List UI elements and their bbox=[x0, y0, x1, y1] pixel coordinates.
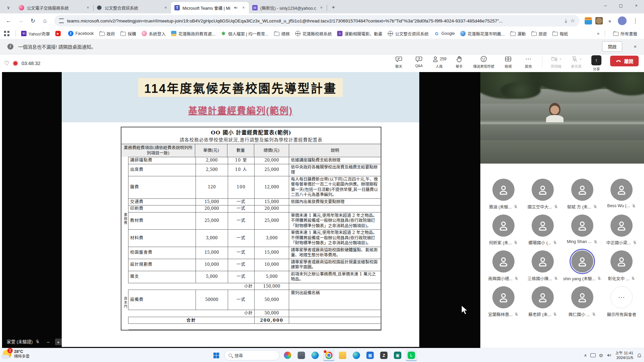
tab-close-icon[interactable]: × bbox=[319, 5, 324, 10]
tab-close-icon[interactable]: × bbox=[85, 5, 91, 10]
taskbar-chrome-app[interactable] bbox=[323, 350, 334, 361]
participant-tile[interactable]: 蘇老師 (未... bbox=[523, 286, 563, 317]
presenter-video-tile[interactable] bbox=[480, 72, 644, 164]
participant-tile[interactable]: 彰化女中 ... bbox=[602, 250, 642, 282]
participant-tile[interactable]: 南興國小總... bbox=[484, 250, 523, 282]
bookmark-item[interactable]: 公文整合資訊系統 bbox=[385, 29, 431, 38]
zoom-out-button[interactable]: − bbox=[45, 339, 52, 345]
reload-button[interactable]: ↻ bbox=[28, 15, 38, 26]
participant-tile[interactable]: shin yang (未驗... bbox=[562, 250, 602, 282]
show-all-participants-tile[interactable]: ⋯ 顯示所有與會者 bbox=[602, 286, 642, 317]
weather-widget[interactable]: 2 28°C 晴時多雲 bbox=[3, 349, 30, 359]
bookmark-item[interactable]: f Facebook bbox=[65, 29, 97, 38]
zoom-in-button[interactable]: + bbox=[55, 339, 62, 345]
taskbar-dark-folder-app[interactable] bbox=[296, 350, 307, 361]
participant-tile[interactable]: 郁斌 方 (未... bbox=[562, 179, 602, 210]
bookmark-item[interactable]: 總務 bbox=[271, 29, 292, 38]
back-button[interactable]: ← bbox=[3, 15, 14, 26]
tray-chevron-up-icon[interactable]: ∧ bbox=[584, 353, 587, 358]
notification-close-icon[interactable]: × bbox=[634, 44, 637, 49]
bookmark-star-icon[interactable]: ☆ bbox=[571, 18, 575, 24]
bookmark-item[interactable]: Y! Yahoo!奇摩 bbox=[18, 29, 53, 38]
bookmark-item[interactable]: 報紙 bbox=[550, 29, 571, 38]
chrome-menu-icon[interactable]: ⋮ bbox=[630, 15, 641, 26]
apps-grid-icon[interactable] bbox=[4, 31, 9, 36]
taskbar-file-explorer[interactable] bbox=[337, 350, 348, 361]
participant-tile[interactable]: 何昕家 (未... bbox=[484, 215, 523, 246]
participant-tile[interactable]: 螺陽國小 (... bbox=[523, 215, 563, 246]
bookmark-item[interactable]: 花蓮縣政府教育處... bbox=[168, 29, 218, 38]
touch-keyboard-icon[interactable] bbox=[590, 353, 596, 357]
enable-notifications-button[interactable]: 開啟 bbox=[602, 41, 622, 52]
forward-button[interactable]: → bbox=[15, 15, 26, 26]
minimize-button[interactable]: ─ bbox=[598, 0, 613, 11]
bookmark-item[interactable]: 運動 bbox=[507, 29, 529, 38]
camera-button[interactable]: ∨ 照相機 bbox=[546, 54, 566, 70]
extension-monkey-icon[interactable] bbox=[595, 17, 603, 24]
taskbar-mail-app[interactable]: ▦ bbox=[364, 350, 376, 361]
all-bookmarks-folder[interactable]: 所有書籤 bbox=[610, 29, 640, 38]
bookmark-item[interactable]: 花蓮縣花蓮市明義... bbox=[458, 29, 507, 38]
clock[interactable]: 上午 11:41 2024/11/5 bbox=[615, 351, 633, 360]
maximize-button[interactable]: ▢ bbox=[613, 0, 629, 11]
url-text[interactable]: teams.microsoft.com/v2/?meetingjoin=true… bbox=[67, 18, 561, 23]
leave-button[interactable]: 離開 bbox=[610, 56, 639, 66]
bookmark-item[interactable]: G Google bbox=[431, 29, 458, 38]
taskbar-line-app[interactable]: L bbox=[406, 350, 417, 361]
participant-tile[interactable]: 中正國小梁... bbox=[602, 215, 642, 246]
heart-icon[interactable]: ♡ bbox=[4, 60, 9, 67]
profile-avatar[interactable] bbox=[618, 16, 627, 25]
extensions-puzzle-icon[interactable]: ⚹ bbox=[606, 17, 613, 24]
view-button[interactable]: 檢視 bbox=[498, 54, 518, 70]
tab-audio-icon[interactable] bbox=[233, 5, 238, 10]
participant-tile[interactable]: 國立空中大... bbox=[523, 179, 563, 210]
tab-search-chevron-icon[interactable]: ∨ bbox=[3, 2, 14, 13]
bookmark-item[interactable]: 系統登入 bbox=[139, 29, 168, 38]
taskbar-notepad-app[interactable]: Z bbox=[378, 350, 389, 361]
ime-indicator[interactable]: 中 bbox=[599, 353, 603, 358]
start-button[interactable] bbox=[210, 350, 222, 361]
bookmark-item[interactable]: 採購 bbox=[118, 29, 139, 38]
bookmark-item[interactable]: ▶ bbox=[53, 29, 65, 38]
tab-teams-meeting[interactable]: T Microsoft Teams 會議 | Mi × bbox=[171, 2, 249, 13]
bookmark-item[interactable]: 旅遊 bbox=[529, 29, 550, 38]
taskbar-search[interactable]: 搜尋 bbox=[224, 350, 279, 360]
address-bar[interactable]: teams.microsoft.com/v2/?meetingjoin=true… bbox=[54, 15, 580, 26]
participant-tile[interactable]: 三條國小陳... bbox=[523, 250, 563, 282]
mic-button[interactable]: ∨ 麥克風 bbox=[567, 54, 586, 70]
participant-tile[interactable]: 雅涵 (未驗... bbox=[484, 179, 523, 210]
volume-icon[interactable] bbox=[606, 353, 612, 358]
share-button[interactable]: ↑ 分享 bbox=[587, 54, 606, 72]
reactions-button[interactable]: 傳送表情符號 bbox=[470, 54, 498, 70]
people-button[interactable]: 259 人員 bbox=[429, 54, 449, 70]
new-tab-button[interactable]: + bbox=[329, 3, 338, 12]
bookmarks-overflow-chevron[interactable]: » bbox=[597, 31, 599, 36]
install-icon[interactable]: ⤓ bbox=[565, 18, 567, 24]
tab-doc-integration[interactable]: 公文整合資訊系統 × bbox=[93, 2, 171, 13]
bookmark-item[interactable]: 政府 bbox=[97, 29, 118, 38]
site-controls-icon[interactable] bbox=[59, 18, 64, 23]
tab-close-icon[interactable]: × bbox=[241, 5, 246, 10]
taskbar-edge2-app[interactable] bbox=[351, 350, 362, 361]
bookmark-item[interactable]: 花蓮縣校務系統 bbox=[292, 29, 335, 38]
taskbar-teal-app[interactable]: ▣ bbox=[392, 350, 403, 361]
participant-tile[interactable]: Ming Shan ... bbox=[562, 215, 602, 246]
participant-tile[interactable]: Bess Wu (... bbox=[602, 179, 642, 210]
notifications-bell-icon[interactable] bbox=[637, 353, 642, 358]
home-button[interactable]: ⌂ bbox=[40, 15, 50, 26]
qa-button[interactable]: Q&A bbox=[409, 54, 429, 69]
taskbar-photos-app[interactable] bbox=[282, 350, 293, 361]
bookmark-item[interactable]: ≡ 運動相關電影、動畫 bbox=[334, 29, 385, 38]
more-button[interactable]: ⋯其他 bbox=[519, 54, 538, 70]
taskbar-edge-app[interactable] bbox=[309, 350, 321, 361]
tab-doc-exchange[interactable]: 公文電子交換服務系統 × bbox=[15, 2, 93, 13]
bookmark-item[interactable]: ✻ 個人檔案 | 均一教育... bbox=[218, 29, 271, 38]
participant-tile[interactable]: 興仁國小 ... bbox=[562, 286, 602, 317]
tab-yahoo-mail[interactable]: ✉ (無新信) - sinly1234@yahoo.c... × bbox=[249, 2, 327, 13]
close-window-button[interactable]: × bbox=[629, 0, 644, 11]
raise-hand-button[interactable]: 舉手 bbox=[449, 54, 469, 70]
extension-smart-icon[interactable]: Smart bbox=[585, 17, 592, 24]
tab-close-icon[interactable]: × bbox=[163, 5, 168, 10]
chat-button[interactable]: 聊天 bbox=[389, 54, 409, 70]
participant-tile[interactable]: 宜蘭縣林惠... bbox=[484, 286, 523, 317]
